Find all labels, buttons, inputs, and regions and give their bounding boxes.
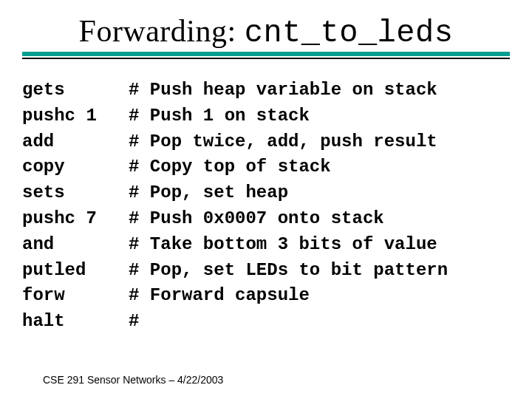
title-text: Forwarding:: [79, 14, 245, 48]
code-block: gets # Push heap variable on stack pushc…: [22, 78, 448, 335]
title-underline-black: [22, 58, 510, 59]
title-underline-teal: [22, 52, 510, 56]
slide-title: Forwarding: cnt_to_leds: [0, 13, 532, 51]
title-mono: cnt_to_leds: [245, 16, 454, 51]
slide: Forwarding: cnt_to_leds gets # Push heap…: [0, 0, 532, 399]
slide-footer: CSE 291 Sensor Networks – 4/22/2003: [43, 374, 223, 386]
